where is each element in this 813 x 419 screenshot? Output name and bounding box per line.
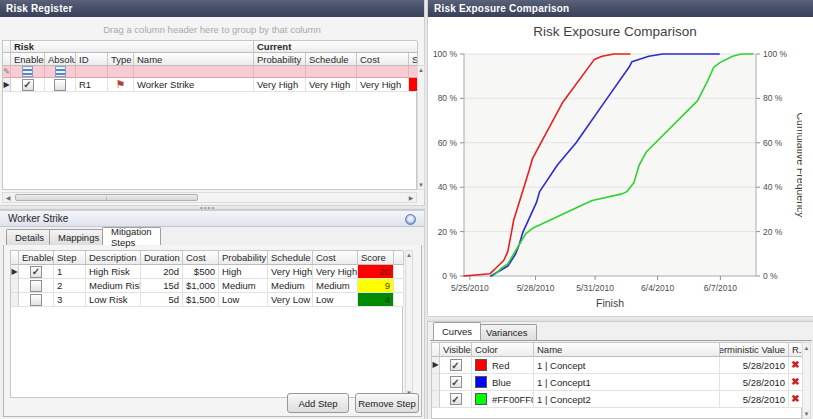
cell-visible[interactable]: [440, 374, 472, 391]
col-duration[interactable]: Duration: [141, 251, 183, 265]
cell-description[interactable]: High Risk: [86, 265, 141, 279]
col-schedule[interactable]: Schedule: [306, 53, 357, 66]
delete-icon[interactable]: ✖: [791, 377, 799, 387]
filter-absolute[interactable]: [45, 66, 76, 78]
enabled-checkbox[interactable]: [30, 294, 42, 306]
cell-schedule[interactable]: Very High: [306, 78, 357, 92]
panel-toggle-icon[interactable]: [405, 214, 416, 225]
scroll-up-icon[interactable]: ▲: [418, 66, 424, 74]
cell-deterministic-value[interactable]: 5/28/2010: [720, 391, 789, 408]
tab-details[interactable]: Details: [6, 229, 53, 245]
cell-cost2[interactable]: Low: [313, 293, 358, 307]
col-name[interactable]: Name: [534, 343, 720, 357]
cell-name[interactable]: 1 | Concept2: [534, 391, 720, 408]
cell-enabled[interactable]: [19, 279, 54, 293]
enabled-checkbox[interactable]: [30, 266, 42, 278]
col-cost2[interactable]: Cost: [313, 251, 358, 265]
cell-schedule[interactable]: Very Low: [268, 293, 313, 307]
scroll-up-icon[interactable]: ▲: [803, 343, 810, 352]
visible-checkbox[interactable]: [450, 359, 462, 371]
cell-probability[interactable]: High: [219, 265, 268, 279]
filter-icon[interactable]: [55, 66, 66, 77]
cell-probability[interactable]: Low: [219, 293, 268, 307]
filter-probability[interactable]: [254, 66, 306, 78]
cell-duration[interactable]: 15d: [141, 279, 183, 293]
cell-cost[interactable]: $500: [183, 265, 219, 279]
cell-description[interactable]: Medium Risk: [86, 279, 141, 293]
remove-step-button[interactable]: Remove Step: [355, 393, 419, 413]
cell-cost2[interactable]: Very High: [313, 265, 358, 279]
cell-step[interactable]: 2: [54, 279, 86, 293]
risk-grid-vscrollbar[interactable]: ▲ ▼: [417, 65, 425, 190]
curves-vscrollbar[interactable]: ▲ ▼: [802, 342, 811, 419]
col-enabled[interactable]: Enabled: [11, 53, 45, 66]
cell-visible[interactable]: [440, 391, 472, 408]
cell-color[interactable]: #FF00FF00: [472, 391, 534, 408]
scroll-down-icon[interactable]: ▼: [803, 409, 810, 418]
col-cost[interactable]: Cost: [357, 53, 409, 66]
cell-remove[interactable]: ✖: [789, 391, 803, 408]
col-type[interactable]: Type: [108, 53, 134, 66]
cell-enabled[interactable]: [19, 293, 54, 307]
delete-icon[interactable]: ✖: [791, 360, 799, 370]
visible-checkbox[interactable]: [450, 393, 462, 405]
scroll-down-icon[interactable]: ▼: [418, 181, 424, 189]
absolute-checkbox[interactable]: [54, 79, 66, 91]
cell-schedule[interactable]: Very High: [268, 265, 313, 279]
cell-name[interactable]: Worker Strike: [134, 78, 254, 92]
cell-cost[interactable]: $1,500: [183, 293, 219, 307]
cell-step[interactable]: 1: [54, 265, 86, 279]
tab-curves[interactable]: Curves: [433, 322, 481, 340]
col-absolute[interactable]: Absolu...: [45, 53, 76, 66]
col-enabled[interactable]: Enabled: [19, 251, 54, 265]
filter-id[interactable]: [76, 66, 108, 78]
filter-schedule[interactable]: [306, 66, 357, 78]
filter-icon[interactable]: [22, 66, 33, 77]
cell-schedule[interactable]: Medium: [268, 279, 313, 293]
cell-name[interactable]: 1 | Concept1: [534, 374, 720, 391]
col-name[interactable]: Name: [134, 53, 254, 66]
col-probability[interactable]: Probability: [219, 251, 268, 265]
tab-mitigation-steps[interactable]: Mitigation Steps: [102, 227, 161, 245]
scroll-right-icon[interactable]: ▶: [407, 194, 415, 201]
cell-name[interactable]: 1 | Concept: [534, 357, 720, 374]
col-schedule[interactable]: Schedule: [268, 251, 313, 265]
cell-visible[interactable]: [440, 357, 472, 374]
cell-remove[interactable]: ✖: [789, 374, 803, 391]
cell-deterministic-value[interactable]: 5/28/2010: [720, 374, 789, 391]
cell-score[interactable]: 9: [358, 279, 394, 293]
cell-score[interactable]: 20: [358, 265, 394, 279]
cell-type[interactable]: ⚑: [108, 78, 134, 92]
color-swatch[interactable]: [475, 359, 487, 371]
mitigation-vscrollbar[interactable]: ▲ ▼: [405, 250, 413, 398]
cell-enabled[interactable]: [19, 265, 54, 279]
enabled-checkbox[interactable]: [30, 280, 42, 292]
color-swatch[interactable]: [475, 393, 487, 405]
cell-duration[interactable]: 5d: [141, 293, 183, 307]
cell-cost[interactable]: Very High: [357, 78, 409, 92]
scroll-left-icon[interactable]: ◀: [4, 194, 12, 201]
cell-enabled[interactable]: [11, 78, 45, 92]
cell-description[interactable]: Low Risk: [86, 293, 141, 307]
color-swatch[interactable]: [475, 376, 487, 388]
col-visible[interactable]: Visible: [440, 343, 472, 357]
filter-enabled[interactable]: [11, 66, 45, 78]
cell-deterministic-value[interactable]: 5/28/2010: [720, 357, 789, 374]
cell-probability[interactable]: Medium: [219, 279, 268, 293]
cell-step[interactable]: 3: [54, 293, 86, 307]
filter-name[interactable]: [134, 66, 254, 78]
filter-type[interactable]: [108, 66, 134, 78]
col-id[interactable]: ID: [76, 53, 108, 66]
add-step-button[interactable]: Add Step: [287, 393, 349, 413]
filter-cost[interactable]: [357, 66, 409, 78]
cell-probability[interactable]: Very High: [254, 78, 306, 92]
col-description[interactable]: Description: [86, 251, 141, 265]
col-color[interactable]: Color: [472, 343, 534, 357]
tab-mappings[interactable]: Mappings: [49, 229, 108, 245]
cell-cost[interactable]: $1,000: [183, 279, 219, 293]
cell-remove[interactable]: ✖: [789, 357, 803, 374]
enabled-checkbox[interactable]: [22, 79, 34, 91]
cell-id[interactable]: R1: [76, 78, 108, 92]
col-probability[interactable]: Probability: [254, 53, 306, 66]
col-remove[interactable]: R...: [789, 343, 803, 357]
